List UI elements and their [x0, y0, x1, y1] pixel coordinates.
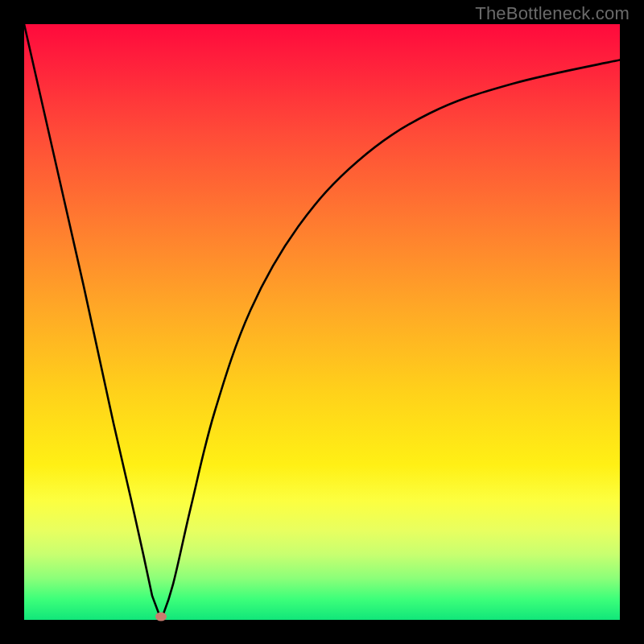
chart-frame: TheBottleneck.com [0, 0, 644, 644]
plot-area [24, 24, 620, 620]
optimal-point-marker [155, 613, 167, 621]
bottleneck-curve [24, 24, 620, 620]
watermark-label: TheBottleneck.com [475, 3, 630, 24]
